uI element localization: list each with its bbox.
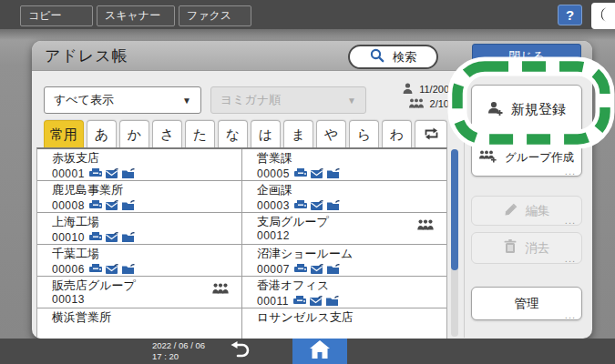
destination-icons <box>89 197 135 214</box>
contact-entry[interactable]: ロサンゼルス支店 <box>242 308 446 339</box>
index-tab-ha[interactable]: は <box>251 120 281 148</box>
new-registration-button[interactable]: 新規登録 ... <box>471 85 582 135</box>
fax-icon <box>89 229 102 246</box>
address-book-panel: アドレス帳 検索 閉じる すべて表示 ▼ ヨミガナ順 ▼ 11/200 2/10 <box>32 41 592 339</box>
tab-copy[interactable]: コピー <box>20 5 93 26</box>
group-add-icon <box>479 150 497 166</box>
contact-name: ロサンゼルス支店 <box>257 310 446 324</box>
home-icon <box>310 340 330 362</box>
email-icon <box>310 293 323 309</box>
energy-saver-button[interactable] <box>591 3 615 29</box>
tab-scanner[interactable]: スキャナー <box>97 5 175 26</box>
close-button[interactable]: 閉じる <box>472 44 581 68</box>
folder-icon <box>122 261 135 278</box>
email-icon <box>311 166 323 182</box>
list-row: 販売店グループ 00013 香港オフィス 00011 <box>37 277 446 308</box>
fax-icon <box>293 293 306 309</box>
list-row: 上海工場 00010 支局グループ 00012 <box>37 213 446 245</box>
index-tab-sa[interactable]: さ <box>152 120 182 148</box>
panel-header: アドレス帳 検索 閉じる <box>32 41 592 71</box>
home-button[interactable] <box>292 339 347 364</box>
index-tab-ra[interactable]: ら <box>349 120 379 148</box>
group-icon <box>417 217 434 234</box>
contact-number: 00008 <box>52 199 85 212</box>
contact-name: 営業課 <box>257 151 446 165</box>
contact-entry[interactable]: 赤坂支店 00001 <box>37 149 242 180</box>
email-icon <box>311 261 323 278</box>
create-group-button[interactable]: グループ作成 ... <box>471 138 582 177</box>
contact-entry[interactable]: 千葉工場 00006 <box>37 245 242 276</box>
delete-label: 消去 <box>525 240 549 257</box>
contact-entry[interactable]: 上海工場 00010 <box>37 213 242 244</box>
fax-icon <box>294 261 307 278</box>
bottom-system-bar: 2022 / 06 / 06 17 : 20 <box>0 339 615 364</box>
more-dots: ... <box>565 167 576 176</box>
list-scrollbar-track[interactable] <box>451 149 458 337</box>
contact-entry[interactable]: 横浜営業所 <box>37 308 242 339</box>
index-switch-tab[interactable] <box>415 120 447 148</box>
view-filter-value: すべて表示 <box>54 92 114 108</box>
index-tab-frequent[interactable]: 常用 <box>44 120 84 148</box>
page-title: アドレス帳 <box>45 46 128 66</box>
contact-name: 企画課 <box>257 183 446 197</box>
search-button-label: 検索 <box>393 49 416 66</box>
view-filter-dropdown[interactable]: すべて表示 ▼ <box>44 86 201 114</box>
index-tab-wa[interactable]: わ <box>382 120 412 148</box>
index-tab-ya[interactable]: や <box>316 120 346 148</box>
group-entry[interactable]: 支局グループ 00012 <box>242 213 446 244</box>
contact-entry[interactable]: 沼津ショールーム 00007 <box>242 245 446 276</box>
date-text: 2022 / 06 / 06 <box>152 340 205 351</box>
group-icon <box>212 281 229 298</box>
search-button[interactable]: 検索 <box>348 45 438 69</box>
email-icon <box>311 197 323 214</box>
more-dots: ... <box>565 125 576 134</box>
contact-number: 00010 <box>52 231 85 244</box>
group-count: 2/10 <box>430 98 449 109</box>
contact-entry[interactable]: 鹿児島事業所 00008 <box>37 181 242 212</box>
contact-entry[interactable]: 香港オフィス 00011 <box>242 277 446 308</box>
destination-icons <box>89 229 135 246</box>
index-tab-ka[interactable]: か <box>119 120 149 148</box>
index-tab-ta[interactable]: た <box>185 120 215 148</box>
index-tab-na[interactable]: な <box>218 120 248 148</box>
manage-button[interactable]: 管理 ... <box>471 287 582 320</box>
contact-number: 00007 <box>257 263 290 276</box>
index-tab-ma[interactable]: ま <box>283 120 313 148</box>
destination-icons <box>89 261 135 278</box>
edit-button-disabled: 編集 ... <box>471 196 582 226</box>
contact-number: 00006 <box>52 263 85 276</box>
destination-icons <box>293 293 339 309</box>
chevron-down-icon: ▼ <box>347 96 356 106</box>
group-count-row: 2/10 <box>376 97 449 110</box>
back-arrow-icon <box>229 341 251 361</box>
help-button[interactable]: ? <box>558 5 582 25</box>
contact-number: 00012 <box>257 229 290 242</box>
folder-icon <box>122 197 135 214</box>
contact-name: 千葉工場 <box>52 247 241 260</box>
folder-icon <box>326 293 339 309</box>
tab-fax[interactable]: ファクス <box>179 5 251 26</box>
pencil-icon <box>504 203 518 219</box>
contact-name: 上海工場 <box>52 215 241 228</box>
more-dots: ... <box>565 310 576 319</box>
manage-label: 管理 <box>515 296 539 312</box>
folder-icon <box>327 166 340 182</box>
group-entry[interactable]: 販売店グループ 00013 <box>37 277 242 308</box>
list-row: 横浜営業所 ロサンゼルス支店 <box>37 308 446 339</box>
folder-icon <box>327 261 340 278</box>
index-tab-a[interactable]: あ <box>87 120 117 148</box>
list-scrollbar-thumb[interactable] <box>451 149 458 270</box>
folder-icon <box>327 197 340 214</box>
contact-entry[interactable]: 企画課 00003 <box>242 181 446 212</box>
fax-icon <box>89 261 102 278</box>
switch-view-icon <box>424 127 439 143</box>
contact-entry[interactable]: 営業課 00005 <box>242 149 446 180</box>
time-text: 17 : 20 <box>152 351 205 362</box>
folder-icon <box>122 229 135 246</box>
list-row: 鹿児島事業所 00008 企画課 00003 <box>37 181 446 213</box>
back-button[interactable] <box>221 339 258 364</box>
trash-icon <box>504 239 517 257</box>
destination-icons <box>294 166 340 182</box>
folder-icon <box>122 166 135 182</box>
contact-name: 横浜営業所 <box>52 310 241 324</box>
